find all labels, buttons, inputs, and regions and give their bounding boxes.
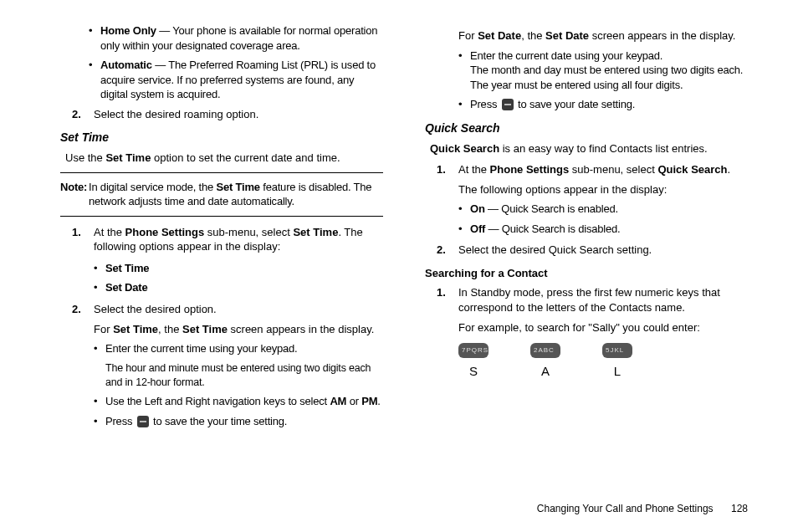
bold: Phone Settings [490,163,570,176]
bold: Set Date [478,29,521,42]
step-2: 2.Select the desired roaming option. [60,107,383,122]
text: — Quick Search is enabled. [485,202,618,215]
divider [60,172,383,173]
step-1: 1. At the Phone Settings sub-menu, selec… [425,162,748,236]
qs-options: On — Quick Search is enabled. Off — Quic… [458,202,748,236]
list-item: Enter the current time using your keypad… [94,341,383,389]
bold: Set Date [545,29,589,42]
qs-sub: The following options appear in the disp… [458,182,748,197]
list-item: Press to save the your time setting. [94,414,383,429]
step-2: 2. Select the desired option. For Set Ti… [60,302,383,428]
bold: Set Time [113,323,158,335]
ok-key-icon [502,99,514,110]
quick-search-intro: Quick Search is an easy way to find Cont… [430,141,748,156]
list-item: Off — Quick Search is disabled. [458,222,748,237]
bold: Off [470,223,485,235]
bold: Set Time [216,181,259,193]
text: In Standby mode, press the first few num… [458,286,720,314]
key-label: S [469,363,478,380]
text: Press [470,98,500,110]
bold: Set Time [182,323,228,335]
text: Press [105,415,136,427]
roaming-options-list: Home Only — Your phone is available for … [89,23,383,102]
label-automatic: Automatic [100,59,152,71]
text: Use the Left and Right navigation keys t… [105,395,330,407]
keycap-icon: 7PQRS [458,343,489,358]
sub-text: The month and day must be entered using … [470,63,748,92]
set-date-block: For Set Date, the Set Date screen appear… [425,28,748,112]
set-time-options: Set Time Set Date [94,261,383,295]
text: Select the desired roaming option. [94,108,258,120]
text: , the [521,29,545,42]
text: screen appears in the display. [589,29,735,42]
text: screen appears in the display. [228,323,374,335]
for-set-date: For Set Date, the Set Date screen appear… [458,28,748,43]
text: At the [94,226,125,238]
page-body: Home Only — Your phone is available for … [0,0,798,525]
bold: Quick Search [657,163,727,176]
text: In digital service mode, the [89,181,216,193]
list-item: Home Only — Your phone is available for … [89,23,383,53]
for-set-time: For Set Time, the Set Time screen appear… [94,322,383,337]
list-item: Press to save your date setting. [458,97,748,112]
key-label: A [541,363,550,380]
keycap-icon: 5JKL [602,343,632,358]
list-item: Set Date [94,280,383,295]
heading-quick-search: Quick Search [425,120,748,136]
step-number: 1. [437,285,446,300]
divider [60,216,383,217]
heading-searching-contact: Searching for a Contact [425,266,748,281]
page-number: 128 [731,503,748,514]
step-number: 2. [72,302,81,317]
list-item: Set Time [94,261,383,276]
bold: Phone Settings [125,226,205,238]
key-2: 2ABC A [530,343,560,380]
page-footer: Changing Your Call and Phone Settings 12… [537,502,748,515]
text: Select the desired option. [94,303,217,315]
text: to save your date setting. [515,98,635,110]
quick-search-steps: 1. At the Phone Settings sub-menu, selec… [425,162,748,258]
sfc-example: For example, to search for "Sally" you c… [458,320,748,335]
text: to save the your time setting. [151,415,288,427]
set-time-intro: Use the Set Time option to set the curre… [65,151,383,166]
text: For [458,29,478,42]
text: For [94,323,113,335]
step-1: 1. In Standby mode, press the first few … [425,285,748,380]
text: Use the [65,151,105,164]
text: Select the desired Quick Search setting. [458,243,652,256]
ok-key-icon [137,416,149,427]
text: sub-menu, select [569,163,657,176]
set-date-substeps: Enter the current date using your keypad… [458,49,748,112]
bold: Set Time [293,226,338,238]
note-set-time: Note: In digital service mode, the Set T… [60,180,383,209]
opt-set-date: Set Date [105,281,147,294]
opt-set-time: Set Time [105,262,149,274]
text: , the [158,323,182,335]
list-item: Use the Left and Right navigation keys t… [94,394,383,409]
set-time-substeps: Enter the current time using your keypad… [94,341,383,428]
note-label: Note: [60,180,87,195]
step-number: 2. [437,243,446,258]
text: Enter the current date using your keypad… [470,49,662,62]
text: — Quick Search is disabled. [485,223,620,235]
footer-section: Changing Your Call and Phone Settings [537,503,714,514]
roaming-steps: 2.Select the desired roaming option. [60,107,383,122]
text: . [728,163,731,176]
bold: Set Time [105,151,151,164]
key-row: 7PQRS S 2ABC A 5JKL L [458,343,748,380]
sub-text: The hour and minute must be entered usin… [105,361,383,390]
bold: On [470,202,485,215]
list-item: Enter the current date using your keypad… [458,49,748,93]
step-1: 1. At the Phone Settings sub-menu, selec… [60,225,383,295]
list-item: Automatic — The Preferred Roaming List (… [89,58,383,102]
key-label: L [614,363,621,380]
searching-contact-steps: 1. In Standby mode, press the first few … [425,285,748,380]
list-item: On — Quick Search is enabled. [458,202,748,217]
text: At the [458,163,490,176]
label-home-only: Home Only [100,24,156,37]
text: is an easy way to find Contacts list ent… [499,142,708,155]
bold: Quick Search [430,142,499,155]
keycap-icon: 2ABC [530,343,560,358]
set-time-steps: 1. At the Phone Settings sub-menu, selec… [60,225,383,429]
text: or [346,395,361,407]
